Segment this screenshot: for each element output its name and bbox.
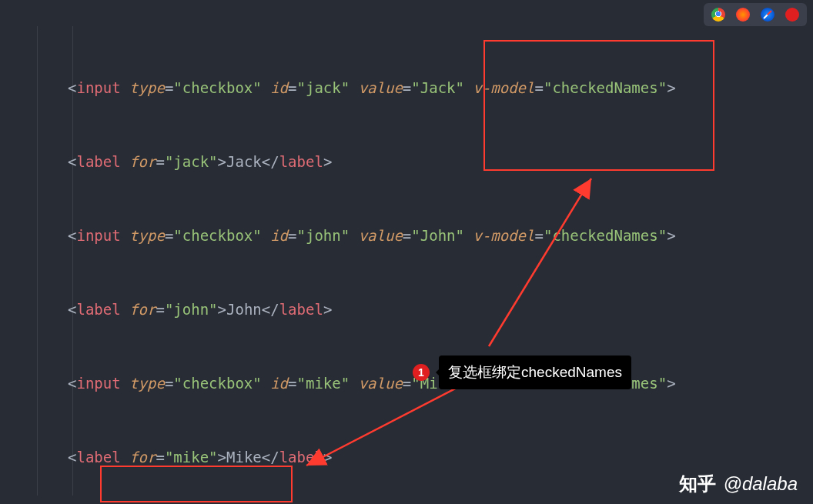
- annotation-label: 1 复选框绑定checkedNames: [439, 355, 631, 389]
- code-line: <label for="jack">Jack</label>: [0, 149, 813, 174]
- watermark-brand: 知乎: [679, 472, 716, 496]
- code-line: <label for="john">John</label>: [0, 297, 813, 322]
- code-line: <input type="checkbox" id="mike" value="…: [0, 371, 813, 396]
- watermark: 知乎 @dalaba: [679, 472, 798, 496]
- browser-toolbar: [704, 3, 807, 26]
- code-line: <input type="checkbox" id="jack" value="…: [0, 75, 813, 100]
- safari-icon[interactable]: [761, 8, 775, 22]
- red-circle-icon[interactable]: [785, 8, 799, 22]
- code-line: <input type="checkbox" id="john" value="…: [0, 223, 813, 248]
- firefox-icon[interactable]: [736, 8, 750, 22]
- code-line: <label for="mike">Mike</label>: [0, 445, 813, 469]
- watermark-handle: @dalaba: [724, 472, 798, 496]
- annotation-badge: 1: [413, 364, 430, 381]
- annotation-text: 复选框绑定checkedNames: [448, 360, 622, 385]
- chrome-icon[interactable]: [711, 8, 725, 22]
- code-block: <input type="checkbox" id="jack" value="…: [0, 0, 813, 504]
